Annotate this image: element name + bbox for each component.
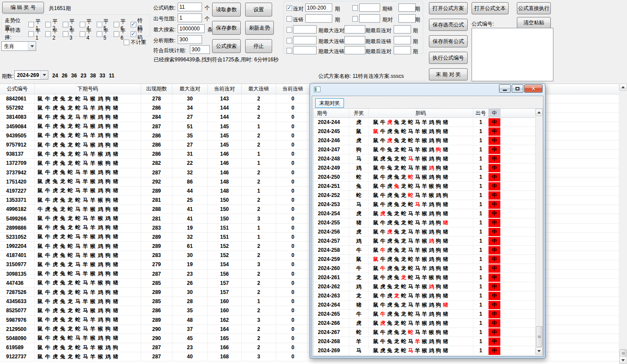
stop-button[interactable]: 停止 [245,39,272,53]
table-row[interactable]: 2024-248马鼠虎兔龙蛇马羊猴鸡狗猪1中 [314,154,543,164]
table-row[interactable]: 2024-254虎鼠虎兔龙蛇马羊猴鸡狗猪1中 [314,209,543,218]
table-row[interactable]: 2024-244虎鼠牛虎兔龙蛇马羊鸡狗猪1中 [314,118,543,127]
position-option[interactable]: 平1 [28,27,43,41]
criteria-checkbox[interactable] [287,38,292,43]
scroll-up-icon[interactable] [619,83,627,91]
position-checkbox[interactable] [28,31,34,37]
table-row[interactable]: 2024-257鸡鼠牛虎兔龙马羊猴鸡狗猪1中 [314,237,543,246]
run-formula-id-button[interactable]: 执行公式编号 [429,52,468,64]
param-input[interactable] [178,24,205,33]
read-params-button[interactable]: 读取参数 [212,3,241,17]
chevron-down-icon[interactable] [40,71,48,79]
scroll-up-icon[interactable] [536,109,543,116]
no-repeat-option[interactable]: 不计重 [124,39,146,46]
save-params-button[interactable]: 保存参数 [212,21,241,35]
criteria-input[interactable] [305,3,332,12]
criteria-input[interactable] [344,25,365,33]
position-checkbox[interactable] [45,31,51,37]
table-row[interactable]: 2024-269马鼠虎兔龙蛇马羊猴鸡狗猪1中 [314,346,543,355]
table-row[interactable]: 2024-259鼠鼠牛虎兔龙蛇羊猴鸡狗猪1中 [314,255,543,264]
criteria-input[interactable] [344,36,365,44]
scroll-down-icon[interactable] [619,357,627,364]
table-row[interactable]: 2024-261龙鼠牛虎兔龙蛇马羊猴狗猪1中 [314,273,543,282]
param-input[interactable] [178,35,202,44]
execute-formula-direct-button[interactable]: 公式直接执行 [517,2,551,14]
table-row[interactable]: 2024-265牛鼠牛虎兔龙蛇马羊鸡狗猪1中 [314,310,543,319]
criteria-input[interactable] [398,14,416,23]
table-row[interactable]: 2024-268羊鼠牛兔龙蛇马羊猴鸡狗猪1中 [314,337,543,346]
position-option[interactable]: 平3 [63,27,78,41]
param-input[interactable] [178,13,202,22]
cell-period: 2024-258 [314,246,349,254]
table-row[interactable]: 2024-260牛鼠牛虎兔龙蛇马羊鸡狗猪1中 [314,264,543,273]
open-formula-text-button[interactable]: 打开公式文本 [472,2,509,14]
position-checkbox[interactable] [97,31,102,37]
table-row[interactable]: 2024-247狗鼠牛兔龙蛇马羊猴鸡狗猪1中 [314,145,543,154]
table-row[interactable]: 2024-246虎鼠牛虎兔龙蛇羊猴鸡狗猪1中 [314,136,543,145]
tab-last-period-check[interactable]: 末期对奖 [315,98,344,108]
criteria-input[interactable] [293,25,317,33]
table-row[interactable]: 2024-252蛇鼠牛虎兔龙蛇马羊猴鸡狗1中 [314,191,543,200]
table-row[interactable]: 2024-249鸡鼠牛兔龙蛇马羊猴鸡狗猪1中 [314,164,543,173]
position-checkbox[interactable] [63,31,68,37]
table-row[interactable]: 2024-264猪鼠牛虎兔龙马羊猴鸡狗猪1中 [314,301,543,310]
open-formula-scheme-button[interactable]: 打开公式方案 [429,2,468,14]
position-option[interactable]: 平5 [97,27,111,41]
edit-numbers-button[interactable]: 编 辑 奖 号 [2,2,44,13]
table-row[interactable]: 2024-263龙鼠牛虎龙蛇马羊猴鸡狗猪1中 [314,291,543,301]
criteria-checkbox[interactable] [287,16,292,22]
criteria-input[interactable] [394,25,411,33]
no-repeat-checkbox[interactable] [124,40,129,45]
clear-paste-button[interactable]: 清空粘贴 [517,17,551,28]
table-row[interactable]: 2024-262鸡鼠虎兔龙蛇马羊猴鸡狗猪1中 [314,282,543,291]
table-row[interactable]: 2024-267蛇鼠牛虎兔龙蛇马羊猴狗猪1中 [314,328,543,337]
position-checkbox[interactable] [80,31,85,37]
dialog-scrollbar-thumb[interactable] [536,326,543,347]
criteria-input[interactable] [394,36,411,44]
criteria-input[interactable] [359,3,380,12]
criteria-input[interactable] [344,46,365,54]
param-input[interactable] [190,45,210,54]
criteria-input[interactable] [293,36,317,44]
main-scrollbar-thumb[interactable] [620,349,627,357]
table-row[interactable]: 2024-251兔鼠牛虎兔龙蛇马羊猴狗猪1中 [314,182,543,191]
table-row[interactable]: 2024-250蛇鼠牛虎兔龙蛇马猴鸡狗猪1中 [314,173,543,182]
criteria-input[interactable] [398,3,416,12]
criteria-checkbox[interactable] [352,5,358,11]
position-checkbox[interactable] [131,31,136,37]
zodiac-dropdown[interactable]: 生肖 [1,41,36,51]
criteria-checkbox[interactable] [287,48,292,53]
refresh-trend-button[interactable]: 刷新走势 [245,21,274,35]
settings-button[interactable]: 设置 [245,3,272,17]
period-dropdown[interactable]: 2024-269 [14,70,48,80]
save-highlighted-formulas-button[interactable]: 保存选亮公式 [429,19,468,31]
formula-search-button[interactable]: 公式搜索 [212,39,241,53]
position-option[interactable]: 平4 [80,27,94,41]
position-checkbox[interactable] [114,31,119,37]
save-all-formulas-button[interactable]: 保存所有公式 [429,35,468,47]
table-row[interactable]: 2024-258牛鼠牛虎兔龙马羊猴鸡狗猪1中 [314,246,543,255]
close-button[interactable]: ✕ [524,84,543,93]
formula-id-textarea[interactable] [472,28,553,81]
criteria-input[interactable] [394,46,411,54]
scroll-down-icon[interactable] [536,347,543,355]
dialog-scrollbar[interactable] [535,109,543,355]
main-scrollbar[interactable] [619,83,627,364]
position-option[interactable]: 平2 [45,27,60,41]
table-row[interactable]: 2024-253马鼠牛虎兔龙蛇马羊鸡狗猪1中 [314,200,543,209]
table-row[interactable]: 2024-256虎鼠牛虎兔龙马羊猴鸡狗猪1中 [314,227,543,237]
table-row[interactable]: 2024-266虎鼠虎兔龙蛇马羊猴鸡狗猪1中 [314,319,543,328]
criteria-input[interactable] [359,14,380,23]
criteria-input[interactable] [305,14,332,23]
criteria-checkbox[interactable] [287,5,292,11]
table-row[interactable]: 2024-255猪鼠牛虎兔龙蛇马羊鸡狗猪1中 [314,218,543,227]
chevron-down-icon[interactable] [28,42,36,50]
criteria-checkbox[interactable] [352,16,358,22]
maximize-button[interactable] [512,84,523,93]
last-period-check-button[interactable]: 末 期 对 奖 [429,68,468,80]
minimize-button[interactable] [499,84,511,93]
criteria-input[interactable] [293,46,317,54]
table-row[interactable]: 2024-245鼠鼠牛虎兔蛇马羊猴鸡狗猪1中 [314,127,543,136]
criteria-checkbox[interactable] [287,27,292,33]
param-input[interactable] [178,3,202,11]
